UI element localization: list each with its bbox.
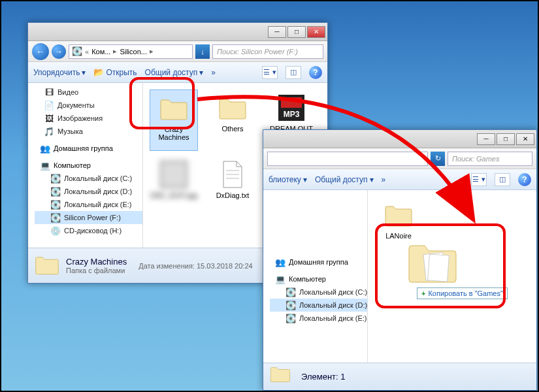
status-folder-icon — [35, 253, 59, 278]
search-placeholder: Поиск: Silicon Power (F:) — [217, 48, 298, 56]
sidebar-drive-h[interactable]: 💿CD-дисковод (H:) — [35, 224, 142, 237]
help-button[interactable]: ? — [309, 66, 322, 79]
file-label: DxDiag.txt — [216, 191, 250, 199]
preview-pane-button[interactable]: ◫ — [495, 173, 510, 186]
status-count: Элемент: 1 — [301, 372, 345, 382]
sidebar: 🎞Видео 📄Документы 🖼Изображения 🎵Музыка 👥… — [28, 83, 143, 248]
status-folder-icon — [270, 365, 295, 389]
computer-icon: 💻 — [40, 160, 50, 171]
navbar: ↻ Поиск: Games — [263, 148, 536, 169]
sidebar-drive-d[interactable]: 💽Локальный диск (D:) — [270, 299, 367, 312]
folder-icon — [158, 93, 189, 124]
maximize-button[interactable]: □ — [287, 26, 306, 38]
help-button[interactable]: ? — [518, 173, 531, 186]
navbar: ← → 💽 « Ком... ▸ Silicon... ▸ ↓ Поиск: S… — [28, 41, 327, 62]
status-bar: Элемент: 1 — [263, 363, 536, 390]
close-button[interactable]: ✕ — [516, 133, 534, 145]
homegroup-icon: 👥 — [40, 143, 50, 154]
sidebar-drive-c[interactable]: 💽Локальный диск (C:) — [270, 286, 367, 299]
nav-back-button[interactable]: ← — [32, 43, 49, 60]
share-menu[interactable]: Общий доступ ▾ — [145, 68, 204, 77]
images-icon: 🖼 — [44, 113, 54, 123]
file-label: Others — [221, 125, 243, 133]
drive-icon: 💽 — [286, 300, 296, 310]
more-menu[interactable]: » — [382, 175, 386, 184]
explorer-window-target: ─ □ ✕ ↻ Поиск: Games блиотеку ▾ Общий до… — [263, 129, 537, 391]
sidebar-lib-video[interactable]: 🎞Видео — [28, 86, 142, 99]
drive-icon: 💽 — [286, 313, 296, 323]
sidebar: 👥Домашняя группа 💻Компьютер 💽Локальный д… — [263, 190, 368, 363]
preview-pane-button[interactable]: ◫ — [286, 66, 301, 79]
address-bar[interactable] — [267, 152, 428, 166]
text-file-icon — [217, 159, 248, 190]
sidebar-computer[interactable]: 💻Компьютер — [35, 159, 142, 172]
sidebar-drive-f[interactable]: 💽Silicon Power (F:) — [35, 211, 142, 224]
cd-icon: 💿 — [50, 225, 61, 236]
titlebar[interactable]: ─ □ ✕ — [28, 23, 327, 41]
sidebar-lib-music[interactable]: 🎵Музыка — [28, 125, 142, 138]
svg-rect-8 — [428, 254, 449, 282]
view-mode-button[interactable]: ☰ ▾ — [262, 66, 278, 79]
close-button[interactable]: ✕ — [307, 26, 325, 38]
refresh-button[interactable]: ↻ — [431, 152, 445, 166]
status-meta-label: Дата изменения: — [139, 262, 195, 270]
toolbar: Упорядочить ▾ 📂Открыть Общий доступ ▾ » … — [28, 62, 327, 83]
maximize-button[interactable]: □ — [497, 133, 515, 145]
status-meta-value: 15.03.2018 20:24 — [197, 262, 253, 270]
svg-rect-3 — [162, 163, 186, 186]
sidebar-drive-d[interactable]: 💽Локальный диск (D:) — [35, 185, 142, 198]
sidebar-computer[interactable]: 💻Компьютер — [270, 272, 367, 286]
drive-icon: 💽 — [50, 173, 61, 184]
open-button[interactable]: 📂Открыть — [93, 67, 137, 78]
minimize-button[interactable]: ─ — [477, 133, 495, 145]
sidebar-homegroup[interactable]: 👥Домашняя группа — [270, 255, 367, 269]
nav-forward-button[interactable]: → — [52, 44, 66, 59]
sidebar-drive-e[interactable]: 💽Локальный диск (E:) — [35, 198, 142, 211]
search-placeholder: Поиск: Games — [452, 155, 499, 163]
sidebar-homegroup[interactable]: 👥Домашняя группа — [35, 142, 142, 155]
video-icon: 🎞 — [44, 87, 54, 97]
plus-icon: + — [421, 289, 425, 297]
titlebar[interactable]: ─ □ ✕ — [263, 130, 536, 148]
computer-icon: 💻 — [275, 274, 286, 284]
status-type: Папка с файлами — [66, 267, 127, 274]
drive-icon: 💽 — [50, 186, 61, 197]
refresh-button[interactable]: ↓ — [195, 44, 210, 59]
file-item-others[interactable]: Others — [208, 90, 257, 151]
organize-menu[interactable]: Упорядочить ▾ — [33, 68, 86, 77]
drive-icon: 💽 — [50, 212, 61, 223]
library-menu[interactable]: блиотеку ▾ — [269, 175, 307, 184]
svg-text:MP3: MP3 — [284, 110, 300, 119]
file-label: DSC_0137.jpg — [150, 191, 197, 199]
drag-tooltip: + Копировать в "Games" — [417, 287, 508, 299]
status-name: Crazy Machines — [66, 257, 127, 267]
file-item-txt[interactable]: DxDiag.txt — [208, 156, 257, 202]
file-item-lanoire[interactable]: LANoire — [374, 197, 423, 242]
file-item-image[interactable]: DSC_0137.jpg — [150, 156, 198, 202]
folder-icon — [217, 92, 248, 123]
share-menu[interactable]: Общий доступ ▾ — [315, 175, 374, 184]
minimize-button[interactable]: ─ — [268, 26, 286, 38]
address-bar[interactable]: 💽 « Ком... ▸ Silicon... ▸ — [69, 44, 193, 59]
toolbar: блиотеку ▾ Общий доступ ▾ » ☰ ▾ ◫ ? — [263, 169, 536, 190]
drag-tooltip-text: Копировать в "Games" — [428, 289, 502, 297]
breadcrumb-drive[interactable]: Silicon... — [120, 48, 147, 56]
sidebar-drive-c[interactable]: 💽Локальный диск (C:) — [35, 172, 142, 185]
open-icon: 📂 — [93, 67, 104, 78]
sidebar-drive-e[interactable]: 💽Локальный диск (E:) — [270, 312, 367, 325]
drive-icon: 💽 — [286, 287, 296, 297]
drive-icon: 💽 — [72, 46, 82, 57]
documents-icon: 📄 — [44, 100, 54, 110]
search-input[interactable]: Поиск: Silicon Power (F:) — [212, 44, 323, 59]
search-input[interactable]: Поиск: Games — [448, 152, 532, 166]
sidebar-lib-documents[interactable]: 📄Документы — [28, 99, 142, 112]
view-mode-button[interactable]: ☰ ▾ — [471, 173, 487, 186]
more-menu[interactable]: » — [211, 68, 216, 77]
sidebar-lib-images[interactable]: 🖼Изображения — [28, 112, 142, 125]
file-item-crazy-machines[interactable]: Crazy Machines — [150, 90, 198, 151]
breadcrumb-computer[interactable]: Ком... — [91, 48, 110, 56]
mp3-icon: MP3 — [276, 92, 307, 123]
music-icon: 🎵 — [44, 126, 54, 137]
folder-icon — [383, 199, 414, 231]
drag-ghost-folder — [406, 239, 459, 287]
